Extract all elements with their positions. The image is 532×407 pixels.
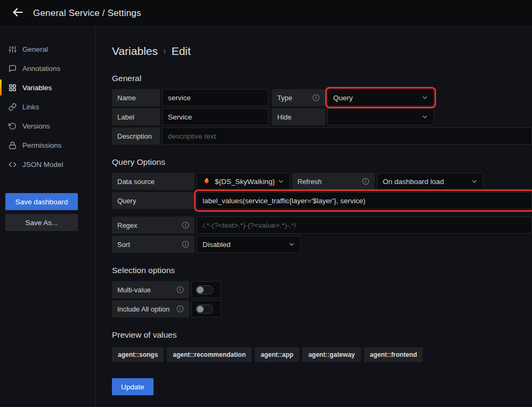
sidebar-item-label: Annotations xyxy=(22,65,60,73)
name-label: Name xyxy=(112,89,160,106)
variables-edit-page: Variables › Edit General Name Type Q xyxy=(96,27,532,407)
datasource-row: Data source ${DS_SkyWalking} xyxy=(112,173,532,190)
breadcrumb: Variables › Edit xyxy=(112,45,532,58)
info-circle-icon[interactable] xyxy=(182,221,189,229)
query-row: Query xyxy=(112,192,532,209)
name-input[interactable] xyxy=(162,89,269,106)
code-icon xyxy=(8,161,17,169)
hide-select[interactable] xyxy=(327,108,434,125)
query-label: Query xyxy=(112,192,195,209)
chevron-down-icon xyxy=(471,178,478,185)
datasource-label: Data source xyxy=(112,173,195,190)
name-row: Name Type Query xyxy=(112,89,532,106)
comment-icon xyxy=(8,65,17,73)
sort-row: Sort Disabled xyxy=(112,236,532,253)
query-input[interactable] xyxy=(197,192,532,209)
chevron-down-icon xyxy=(288,241,295,248)
sort-label: Sort xyxy=(112,236,195,253)
sort-select[interactable]: Disabled xyxy=(197,236,301,253)
preview-values: agent::songs agent::recommendation agent… xyxy=(112,347,532,362)
link-icon xyxy=(8,103,17,111)
description-row: Description xyxy=(112,127,532,145)
sidebar-item-label: Variables xyxy=(22,84,52,92)
preview-value-tag: agent::frontend xyxy=(364,347,423,362)
preview-value-tag: agent::recommendation xyxy=(167,347,252,362)
chevron-down-icon xyxy=(278,178,284,185)
settings-sidebar: General Annotations Variables xyxy=(0,27,96,407)
multi-value-label: Multi-value xyxy=(112,281,189,298)
page-title: General Service / Settings xyxy=(33,8,141,19)
breadcrumb-separator: › xyxy=(163,46,166,57)
sidebar-item-label: Versions xyxy=(22,122,50,130)
preview-value-tag: agent::songs xyxy=(112,347,164,362)
include-all-row: Include All option xyxy=(112,300,532,317)
label-row: Label Hide xyxy=(112,108,532,125)
breadcrumb-variables[interactable]: Variables xyxy=(112,45,158,58)
toggle-knob xyxy=(197,286,204,293)
sidebar-item-label: General xyxy=(22,45,48,53)
description-label: Description xyxy=(112,127,160,145)
arrow-left-icon xyxy=(12,6,23,20)
type-label: Type xyxy=(272,89,325,106)
history-icon xyxy=(8,122,17,130)
multi-value-toggle[interactable] xyxy=(191,281,221,298)
regex-label: Regex xyxy=(112,217,195,234)
sidebar-item-links[interactable]: Links xyxy=(0,97,95,116)
info-circle-icon[interactable] xyxy=(182,241,189,248)
include-all-toggle[interactable] xyxy=(191,300,221,317)
query-options-heading: Query Options xyxy=(112,157,532,167)
query-input-highlight xyxy=(197,192,532,209)
preview-value-tag: agent::gateway xyxy=(302,347,360,362)
info-circle-icon[interactable] xyxy=(312,94,320,101)
update-button[interactable]: Update xyxy=(112,378,154,395)
label-input[interactable] xyxy=(162,108,269,125)
info-circle-icon[interactable] xyxy=(176,286,184,293)
sidebar-item-versions[interactable]: Versions xyxy=(0,116,95,135)
regex-row: Regex xyxy=(112,217,532,234)
sidebar-item-json-model[interactable]: JSON Model xyxy=(0,155,95,174)
chevron-down-icon xyxy=(422,94,428,101)
grid-icon xyxy=(8,84,17,92)
breadcrumb-edit: Edit xyxy=(172,45,191,58)
top-bar: General Service / Settings xyxy=(0,0,532,27)
selection-options-heading: Selection options xyxy=(112,266,532,275)
sidebar-item-label: Permissions xyxy=(22,141,62,149)
sidebar-item-label: JSON Model xyxy=(22,161,63,169)
toggle-knob xyxy=(197,306,204,313)
label-label: Label xyxy=(112,108,160,125)
description-input[interactable] xyxy=(162,127,532,145)
back-button[interactable] xyxy=(10,4,26,22)
preview-value-tag: agent::app xyxy=(255,347,299,362)
app-root: General Service / Settings General Annot… xyxy=(0,0,532,407)
preview-heading: Preview of values xyxy=(112,330,532,340)
refresh-label: Refresh xyxy=(292,173,375,190)
grafana-flame-icon xyxy=(203,177,211,186)
toggle-track xyxy=(196,285,213,294)
sliders-icon xyxy=(8,45,17,53)
lock-icon xyxy=(8,141,17,149)
type-select[interactable]: Query xyxy=(327,89,434,106)
sidebar-item-variables[interactable]: Variables xyxy=(0,78,95,97)
refresh-select[interactable]: On dashboard load xyxy=(377,173,483,190)
toggle-track xyxy=(196,305,213,314)
hide-label: Hide xyxy=(272,108,325,125)
save-as-button[interactable]: Save As... xyxy=(5,214,78,231)
regex-input[interactable] xyxy=(197,217,532,234)
sidebar-actions: Save dashboard Save As... xyxy=(0,193,95,231)
general-section-heading: General xyxy=(112,74,532,83)
sidebar-item-general[interactable]: General xyxy=(0,39,95,59)
info-circle-icon[interactable] xyxy=(176,305,184,313)
chevron-down-icon xyxy=(422,114,428,120)
sidebar-item-annotations[interactable]: Annotations xyxy=(0,59,95,78)
sidebar-item-label: Links xyxy=(22,103,39,111)
settings-nav: General Annotations Variables xyxy=(0,39,95,174)
sidebar-item-permissions[interactable]: Permissions xyxy=(0,135,95,155)
info-circle-icon[interactable] xyxy=(362,178,369,185)
datasource-select[interactable]: ${DS_SkyWalking} xyxy=(197,173,290,190)
include-all-label: Include All option xyxy=(112,300,189,317)
save-dashboard-button[interactable]: Save dashboard xyxy=(5,193,78,210)
multi-value-row: Multi-value xyxy=(112,281,532,298)
